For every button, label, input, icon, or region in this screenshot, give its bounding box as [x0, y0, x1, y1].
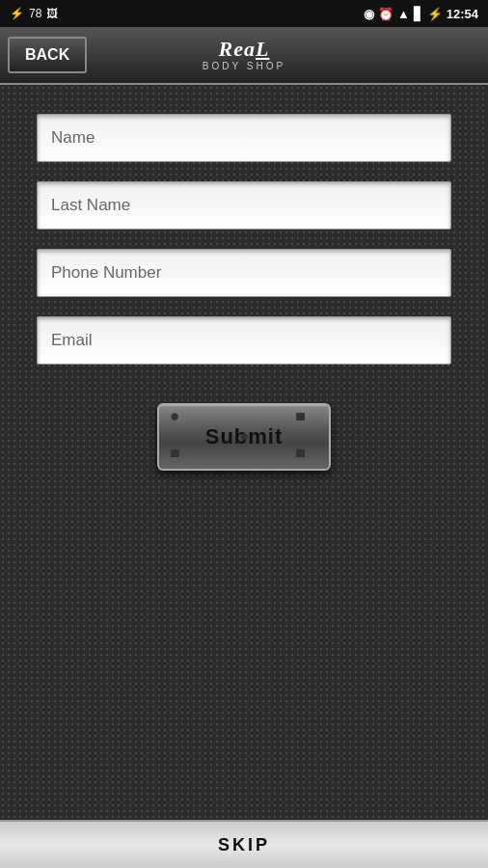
status-bar: ⚡ 78 🖼 ◉ ⏰ ▲ ▋ ⚡ 12:54 [0, 0, 488, 27]
submit-label: Submit [205, 424, 284, 449]
image-icon: 🖼 [46, 7, 58, 20]
email-input[interactable] [37, 316, 451, 365]
usb-icon: ⚡ [10, 7, 24, 20]
logo-body-shop: BODY SHOP [203, 62, 285, 71]
clock: 12:54 [447, 7, 478, 21]
logo: ReaL BODY SHOP [203, 39, 285, 71]
header: BACK ReaL BODY SHOP [0, 27, 488, 85]
back-button[interactable]: BACK [8, 37, 87, 73]
last-name-input[interactable] [37, 181, 451, 230]
eye-icon: ◉ [364, 7, 374, 21]
status-right: ◉ ⏰ ▲ ▋ ⚡ 12:54 [364, 7, 478, 21]
logo-l: L [256, 37, 269, 61]
status-left: ⚡ 78 🖼 [10, 7, 58, 20]
name-input[interactable] [37, 114, 451, 162]
bottom-bar[interactable]: SKIP [0, 820, 488, 868]
charging-icon: ⚡ [427, 7, 443, 21]
submit-button[interactable]: Submit [157, 403, 331, 471]
skip-label[interactable]: SKIP [218, 835, 270, 855]
signal-icon: ▋ [414, 7, 423, 21]
phone-input[interactable] [37, 249, 451, 297]
alarm-icon: ⏰ [378, 7, 393, 21]
main-content: Submit [0, 85, 488, 820]
battery-level: 78 [29, 7, 41, 20]
wifi-icon: ▲ [397, 7, 410, 21]
logo-real: ReaL [219, 39, 270, 60]
